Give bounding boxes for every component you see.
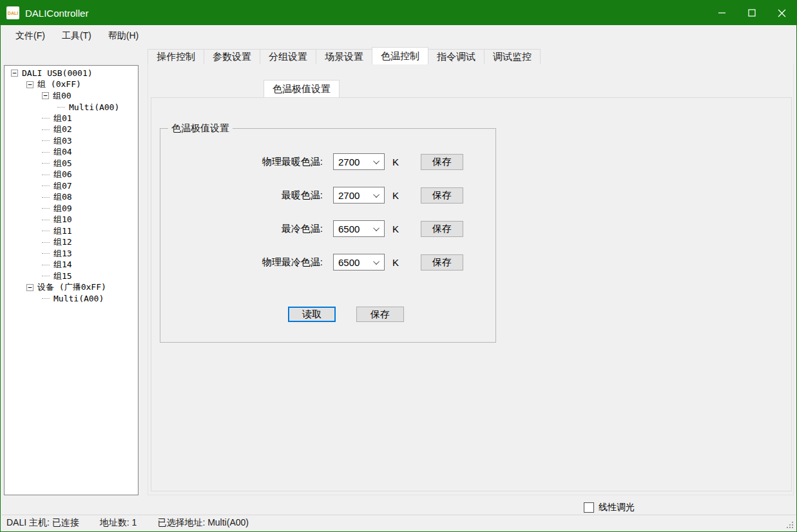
collapse-toggle-icon[interactable]: − xyxy=(42,92,49,99)
menubar: 文件(F)工具(T)帮助(H) xyxy=(1,25,796,46)
tree-item[interactable]: −组 (0xFF) xyxy=(5,79,138,91)
tree-item[interactable]: 组10 xyxy=(5,214,138,226)
tree-item[interactable]: 组13 xyxy=(5,248,138,260)
main-tab[interactable]: 操作控制 xyxy=(148,49,204,64)
titlebar: DALI DALIController xyxy=(1,1,796,25)
tree-connector xyxy=(57,107,65,108)
read-button[interactable]: 读取 xyxy=(288,307,336,322)
tree-connector xyxy=(42,242,50,243)
dali-logo-icon: DALI xyxy=(6,6,19,19)
selected-address: 已选择地址: Multi(A00) xyxy=(157,517,249,529)
main-tab[interactable]: 场景设置 xyxy=(316,49,372,64)
tree-item-label: DALI USB(0001) xyxy=(22,68,93,78)
tree-item-label: 组15 xyxy=(53,271,72,282)
combobox-value: 2700 xyxy=(338,190,375,201)
tree-item-label: 组04 xyxy=(53,146,72,158)
tree-item[interactable]: Multi(A00) xyxy=(5,102,138,113)
unit-label: K xyxy=(392,157,399,167)
temperature-combobox[interactable]: 2700 xyxy=(333,153,385,170)
tree-connector xyxy=(42,265,50,265)
tree-item-label: 组06 xyxy=(53,169,72,180)
tree-item-label: 组07 xyxy=(53,180,72,192)
collapse-toggle-icon[interactable]: − xyxy=(11,70,18,77)
combobox-value: 6500 xyxy=(338,223,375,234)
tree-item[interactable]: 组15 xyxy=(5,271,138,282)
tree-item[interactable]: 组03 xyxy=(5,135,138,147)
save-button[interactable]: 保存 xyxy=(421,187,463,204)
tree-item-label: 组14 xyxy=(53,259,72,271)
tree-item[interactable]: Multi(A00) xyxy=(5,293,138,305)
tree-item-label: 组08 xyxy=(53,191,72,203)
tree-item[interactable]: 组05 xyxy=(5,158,138,169)
tree-connector xyxy=(42,175,50,175)
tree-item-label: 组00 xyxy=(53,90,72,102)
sub-tab[interactable]: 色温极值设置 xyxy=(264,80,340,97)
tree-item[interactable]: 组01 xyxy=(5,113,138,124)
field-label: 最暖色温: xyxy=(160,189,323,202)
close-button[interactable] xyxy=(767,1,796,25)
form-row: 最暖色温:2700K保存 xyxy=(160,187,495,204)
main-tab[interactable]: 分组设置 xyxy=(260,49,316,64)
groupbox-title: 色温极值设置 xyxy=(168,122,233,135)
tree-item-label: 组09 xyxy=(53,203,72,214)
tree-item-label: 组10 xyxy=(53,214,72,225)
device-tree[interactable]: −DALI USB(0001)−组 (0xFF)−组00Multi(A00)组0… xyxy=(4,65,139,495)
collapse-toggle-icon[interactable]: − xyxy=(26,284,34,291)
form-row: 物理最暖色温:2700K保存 xyxy=(160,153,495,170)
tree-item[interactable]: 组09 xyxy=(5,203,138,214)
main-tab[interactable]: 色温控制 xyxy=(372,47,428,64)
close-icon xyxy=(778,9,786,17)
tree-item[interactable]: 组07 xyxy=(5,180,138,192)
window-controls xyxy=(707,1,796,25)
collapse-toggle-icon[interactable]: − xyxy=(26,81,34,88)
save-button[interactable]: 保存 xyxy=(421,254,463,271)
tree-item-label: 组13 xyxy=(53,248,72,260)
temperature-combobox[interactable]: 6500 xyxy=(333,254,385,271)
tree-item[interactable]: −组00 xyxy=(5,90,138,102)
tree-item[interactable]: 组04 xyxy=(5,147,138,158)
sub-tab-page: 色温极值设置 物理最暖色温:2700K保存最暖色温:2700K保存最冷色温:65… xyxy=(151,97,792,491)
menu-item[interactable]: 文件(F) xyxy=(7,25,53,46)
unit-label: K xyxy=(392,257,399,268)
statusbar: DALI 主机: 已连接 地址数: 1 已选择地址: Multi(A00) xyxy=(1,515,796,531)
tree-item[interactable]: 组02 xyxy=(5,124,138,136)
tree-item[interactable]: 组08 xyxy=(5,192,138,204)
tree-connector xyxy=(42,208,50,209)
field-label: 物理最暖色温: xyxy=(160,156,323,168)
tree-item-label: 组11 xyxy=(53,225,72,237)
menu-item[interactable]: 帮助(H) xyxy=(100,25,147,46)
temperature-combobox[interactable]: 6500 xyxy=(333,220,385,237)
tree-item-label: 组05 xyxy=(53,158,72,169)
save-button[interactable]: 保存 xyxy=(421,221,463,237)
maximize-button[interactable] xyxy=(737,1,767,25)
linear-dimming-checkbox[interactable] xyxy=(584,502,594,513)
tree-connector xyxy=(42,185,50,186)
app-window: DALI DALIController 文件(F)工具(T)帮助(H) −DAL… xyxy=(0,0,797,532)
tree-connector xyxy=(42,253,50,254)
tree-item[interactable]: 组12 xyxy=(5,237,138,249)
menu-item[interactable]: 工具(T) xyxy=(53,25,100,46)
resize-grip-icon[interactable] xyxy=(787,522,793,528)
tree-item-label: Multi(A00) xyxy=(69,102,119,112)
save-button[interactable]: 保存 xyxy=(421,154,463,170)
tree-item[interactable]: 组11 xyxy=(5,225,138,237)
minimize-button[interactable] xyxy=(707,1,737,25)
tree-item-label: 组01 xyxy=(53,113,72,124)
tree-connector xyxy=(42,231,50,231)
tree-connector xyxy=(42,140,50,141)
temperature-combobox[interactable]: 2700 xyxy=(333,187,385,204)
tree-item[interactable]: −设备 (广播0xFF) xyxy=(5,282,138,294)
temperature-extremes-groupbox: 色温极值设置 物理最暖色温:2700K保存最暖色温:2700K保存最冷色温:65… xyxy=(160,128,496,343)
tree-connector xyxy=(42,220,50,220)
combobox-value: 6500 xyxy=(338,257,375,268)
main-tab[interactable]: 调试监控 xyxy=(484,49,541,64)
form-rows: 物理最暖色温:2700K保存最暖色温:2700K保存最冷色温:6500K保存物理… xyxy=(160,129,495,271)
tree-connector xyxy=(42,276,50,276)
tree-item[interactable]: −DALI USB(0001) xyxy=(5,68,138,79)
save-all-button[interactable]: 保存 xyxy=(356,307,404,322)
main-tab[interactable]: 指令调试 xyxy=(428,49,485,64)
tree-item[interactable]: 组14 xyxy=(5,260,138,271)
tree-connector xyxy=(42,118,50,119)
tree-item[interactable]: 组06 xyxy=(5,169,138,181)
main-tab[interactable]: 参数设置 xyxy=(204,49,260,64)
